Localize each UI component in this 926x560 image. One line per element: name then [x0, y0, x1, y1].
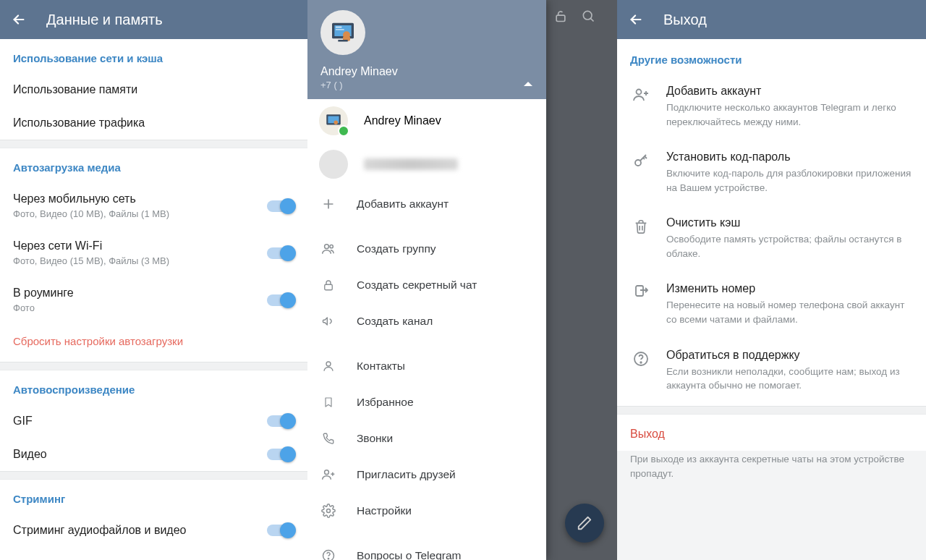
account-row-other[interactable] [307, 143, 546, 186]
toggle-wifi[interactable] [267, 247, 294, 259]
bookmark-icon [320, 395, 336, 410]
help-icon [630, 349, 652, 393]
alt-add-account[interactable]: Добавить аккаунтПодключите несколько акк… [617, 76, 926, 142]
alt-contact-support[interactable]: Обратиться в поддержкуЕсли возникли непо… [617, 340, 926, 406]
svg-point-9 [334, 120, 338, 124]
header-title: Выход [663, 12, 707, 28]
account-name-blurred [364, 158, 458, 170]
drawer-item-contacts[interactable]: Контакты [307, 348, 546, 384]
toggle-streaming[interactable] [267, 525, 294, 536]
divider [0, 140, 307, 148]
row-roaming[interactable]: В роумингеФото [0, 276, 307, 323]
active-check-icon [338, 125, 349, 137]
drawer-screen: Andrey Minaev +7 ( ) Andrey Minaev Добав… [307, 0, 617, 560]
section-header-autodownload: Автозагрузка медиа [0, 148, 307, 182]
toggle-roaming[interactable] [267, 294, 294, 306]
header-bar: Выход [617, 0, 926, 39]
drawer-item-secret-chat[interactable]: Создать секретный чат [307, 267, 546, 303]
person-add-icon [320, 467, 336, 482]
lock-icon [320, 278, 336, 292]
key-icon [630, 150, 652, 195]
svg-rect-12 [325, 284, 333, 290]
avatar[interactable] [320, 10, 365, 55]
section-header-network-cache: Использование сети и кэша [0, 39, 307, 73]
sim-swap-icon [630, 282, 652, 326]
row-memory-usage[interactable]: Использование памяти [0, 73, 307, 106]
svg-point-14 [325, 470, 329, 475]
avatar-small [319, 106, 348, 135]
logout-note: При выходе из аккаунта секретные чаты на… [617, 451, 926, 496]
svg-point-20 [637, 90, 642, 95]
back-icon[interactable] [626, 12, 646, 27]
chevron-up-icon[interactable] [523, 80, 533, 88]
drawer-item-saved[interactable]: Избранное [307, 384, 546, 420]
svg-point-11 [330, 245, 333, 248]
nav-drawer: Andrey Minaev +7 ( ) Andrey Minaev Добав… [307, 0, 546, 560]
svg-point-24 [640, 362, 642, 363]
trash-icon [630, 216, 652, 260]
reset-autodownload-link[interactable]: Сбросить настройки автозагрузки [0, 323, 307, 362]
svg-rect-22 [636, 286, 643, 296]
divider [0, 362, 307, 370]
row-mobile[interactable]: Через мобильную сетьФото, Видео (10 MB),… [0, 182, 307, 229]
settings-data-memory-screen: Данные и память Использование сети и кэш… [0, 0, 307, 560]
divider [0, 471, 307, 480]
avatar-small-blurred [319, 150, 348, 179]
toggle-gif[interactable] [267, 415, 294, 427]
profile-name: Andrey Minaev [320, 65, 533, 78]
svg-point-13 [326, 362, 331, 366]
header-bar: Данные и память [0, 0, 307, 39]
row-traffic-usage[interactable]: Использование трафика [0, 106, 307, 140]
contact-icon [320, 359, 336, 373]
profile-phone: +7 ( ) [320, 80, 533, 90]
row-video[interactable]: Видео [0, 438, 307, 471]
lock-open-icon[interactable] [553, 9, 568, 23]
svg-rect-3 [336, 29, 344, 30]
gear-icon [320, 504, 336, 518]
toggle-mobile[interactable] [267, 200, 294, 212]
drawer-item-invite[interactable]: Пригласить друзей [307, 457, 546, 493]
person-add-icon [630, 85, 652, 129]
help-icon [320, 548, 336, 560]
alt-change-number[interactable]: Изменить номерПеренесите на новый номер … [617, 273, 926, 339]
row-wifi[interactable]: Через сети Wi-FiФото, Видео (15 MB), Фай… [0, 229, 307, 276]
divider [617, 406, 926, 415]
megaphone-icon [320, 314, 336, 328]
svg-point-10 [325, 245, 329, 249]
logout-screen: Выход Другие возможности Добавить аккаун… [617, 0, 926, 560]
group-icon [320, 242, 336, 256]
drawer-item-calls[interactable]: Звонки [307, 420, 546, 457]
alt-set-passcode[interactable]: Установить код-парольВключите код-пароль… [617, 142, 926, 208]
drawer-item-faq[interactable]: Вопросы о Telegram [307, 538, 546, 560]
dimmed-chat-background [546, 0, 617, 560]
drawer-item-create-channel[interactable]: Создать канал [307, 303, 546, 339]
drawer-header: Andrey Minaev +7 ( ) [307, 0, 546, 99]
row-streaming[interactable]: Стриминг аудиофайлов и видео [0, 514, 307, 547]
svg-point-21 [635, 160, 641, 166]
svg-rect-18 [556, 15, 565, 21]
alt-clear-cache[interactable]: Очистить кэшОсвободите память устройства… [617, 208, 926, 273]
section-header-autoplay: Автовоспроизведение [0, 370, 307, 404]
svg-point-17 [328, 559, 328, 559]
drawer-item-add-account[interactable]: Добавить аккаунт [307, 186, 546, 222]
drawer-item-create-group[interactable]: Создать группу [307, 231, 546, 267]
plus-icon [320, 197, 336, 211]
row-gif[interactable]: GIF [0, 404, 307, 438]
section-header-streaming: Стриминг [0, 480, 307, 514]
svg-point-15 [327, 509, 331, 513]
toggle-video[interactable] [267, 449, 294, 460]
phone-icon [320, 431, 336, 446]
account-row-current[interactable]: Andrey Minaev [307, 99, 546, 143]
account-name: Andrey Minaev [364, 114, 441, 127]
logout-button[interactable]: Выход [617, 415, 926, 451]
drawer-item-settings[interactable]: Настройки [307, 493, 546, 529]
svg-rect-2 [336, 27, 341, 28]
search-icon[interactable] [581, 9, 595, 23]
svg-point-19 [583, 11, 592, 20]
section-header-alternatives: Другие возможности [617, 39, 926, 76]
compose-fab[interactable] [565, 504, 604, 543]
header-title: Данные и память [46, 12, 163, 28]
svg-rect-6 [338, 40, 347, 42]
back-icon[interactable] [9, 12, 29, 27]
